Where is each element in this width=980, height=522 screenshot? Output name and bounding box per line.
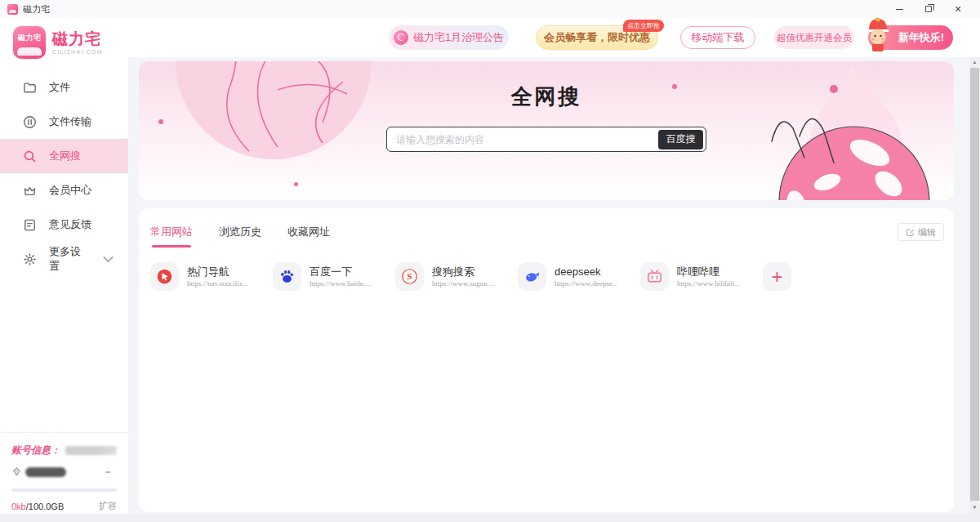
app-window: 磁力宅 ✕ 磁力宅 磁力宅 CILIZHAI.COM 文件 [0, 0, 980, 522]
crown-icon [23, 184, 37, 198]
folder-icon [23, 81, 37, 95]
dot-decoration [294, 182, 298, 186]
scrollbar-thumb[interactable] [970, 68, 979, 501]
account-panel: 账号信息： 0kb/100.0GB 扩容 [0, 432, 128, 512]
hot-nav-icon [156, 268, 173, 285]
shortcut-grid: 热门导航https://nav.soucilix... 百度一下https://… [139, 262, 954, 291]
mobile-download-button[interactable]: 移动端下载 [680, 26, 755, 49]
top-header: 磁力宅1月治理公告 会员畅享看，限时优惠 点击立即抢 移动端下载 超值优惠开通会… [128, 18, 980, 57]
gem-icon [11, 466, 22, 477]
edit-button[interactable]: 编辑 [898, 223, 944, 241]
sogou-icon: S [401, 268, 418, 285]
logo-title: 磁力宅 [52, 31, 102, 47]
sidebar: 磁力宅 磁力宅 CILIZHAI.COM 文件 文件传输 全网搜 [0, 18, 128, 522]
member-level-badge-blurred [25, 467, 66, 477]
window-bottom-edge [0, 514, 980, 522]
member-promo-button[interactable]: 会员畅享看，限时优惠 点击立即抢 [536, 25, 658, 50]
account-info-label: 账号信息： [11, 444, 60, 457]
shortcut-add[interactable]: + [763, 262, 885, 291]
mascot-icon [862, 18, 894, 52]
sidebar-item-member[interactable]: 会员中心 [0, 173, 128, 207]
search-box: 百度搜 [386, 127, 706, 152]
feedback-icon [23, 218, 37, 232]
search-icon [23, 149, 37, 163]
baidu-paw-icon [278, 268, 296, 285]
baidu-search-button[interactable]: 百度搜 [658, 130, 703, 149]
storage-progress-bar [11, 489, 117, 492]
add-shortcut-button[interactable]: + [763, 262, 791, 291]
tab-browse-history[interactable]: 浏览历史 [219, 225, 261, 248]
close-button[interactable]: ✕ [943, 1, 973, 17]
megaphone-icon [394, 30, 408, 45]
new-year-button[interactable]: 新年快乐! [868, 25, 953, 50]
maximize-icon [925, 6, 932, 12]
logo-icon: 磁力宅 [13, 26, 46, 59]
scroll-down-arrow[interactable]: ▼ [969, 502, 980, 512]
shortcuts-card: 常用网站 浏览历史 收藏网址 编辑 热门导航https://nav.soucil… [139, 208, 954, 512]
tab-common-sites[interactable]: 常用网站 [150, 225, 193, 248]
account-id-blurred [65, 446, 117, 455]
transfer-icon [23, 115, 37, 129]
deepseek-whale-icon [523, 268, 541, 285]
shortcut-hot-nav[interactable]: 热门导航https://nav.soucilix... [150, 262, 273, 291]
hero-banner: 全网搜 百度搜 [139, 61, 954, 200]
shortcut-sogou[interactable]: S 搜狗搜索https://www.sogou.... [395, 262, 518, 291]
sidebar-item-settings[interactable]: 更多设置 [0, 242, 128, 276]
title-bar: 磁力宅 ✕ [0, 0, 980, 18]
minimize-button[interactable] [884, 1, 914, 17]
maximize-button[interactable] [914, 1, 943, 17]
sidebar-menu: 文件 文件传输 全网搜 会员中心 意见反馈 [0, 70, 128, 276]
scroll-up-arrow[interactable]: ▲ [969, 57, 980, 67]
page-title: 全网搜 [139, 83, 954, 111]
sidebar-item-websearch[interactable]: 全网搜 [0, 139, 128, 173]
bilibili-tv-icon [646, 268, 663, 285]
settings-icon [23, 252, 37, 266]
sidebar-item-transfer[interactable]: 文件传输 [0, 105, 128, 139]
shortcut-baidu[interactable]: 百度一下https://www.baidu.... [273, 262, 395, 291]
chevron-down-icon [101, 252, 115, 266]
logo: 磁力宅 磁力宅 CILIZHAI.COM [0, 18, 128, 65]
expand-storage-button[interactable]: 扩容 [99, 500, 117, 512]
minimize-icon [896, 9, 903, 10]
app-icon [7, 4, 18, 15]
sidebar-item-files[interactable]: 文件 [0, 70, 128, 105]
window-title: 磁力宅 [23, 3, 50, 16]
vertical-scrollbar: ▲ ▼ [969, 57, 980, 522]
announcement-button[interactable]: 磁力宅1月治理公告 [389, 25, 509, 50]
tab-bar: 常用网站 浏览历史 收藏网址 [139, 208, 954, 248]
storage-total: 100.0GB [29, 502, 64, 511]
svg-text:S: S [407, 271, 412, 281]
account-dash [105, 471, 110, 473]
shortcut-deepseek[interactable]: deepseekhttps://www.deepse... [518, 262, 640, 291]
logo-domain: CILIZHAI.COM [52, 49, 102, 55]
main-area: 磁力宅1月治理公告 会员畅享看，限时优惠 点击立即抢 移动端下载 超值优惠开通会… [128, 18, 980, 522]
upgrade-member-button[interactable]: 超值优惠开通会员 [774, 26, 854, 49]
sidebar-item-feedback[interactable]: 意见反馈 [0, 207, 128, 242]
tab-bookmarks[interactable]: 收藏网址 [287, 225, 330, 248]
promo-badge: 点击立即抢 [623, 20, 664, 32]
shortcut-bilibili[interactable]: 哔哩哔哩https://www.bilibili... [640, 262, 763, 291]
edit-icon [906, 228, 915, 237]
dot-decoration [158, 119, 163, 124]
storage-used: 0kb [11, 502, 26, 511]
search-input[interactable] [396, 134, 658, 145]
